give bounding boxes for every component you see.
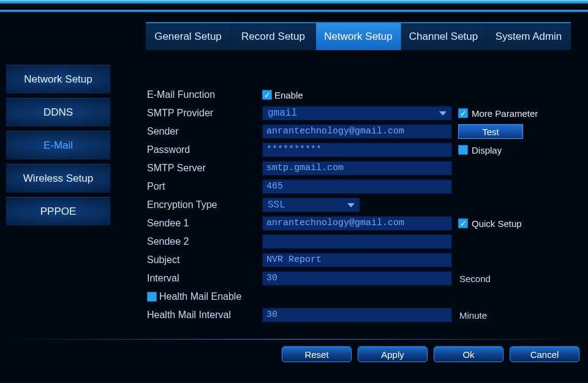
sidebar-item-wireless-setup[interactable]: Wireless Setup — [6, 164, 110, 193]
smtp-server-label: SMTP Server — [146, 163, 262, 174]
chevron-down-icon — [347, 203, 355, 207]
test-button[interactable]: Test — [458, 124, 523, 139]
sendee1-input[interactable]: anrantechnology@gmail.com — [262, 216, 452, 231]
health-mail-interval-unit: Minute — [459, 310, 533, 321]
top-tabbar: General Setup Record Setup Network Setup… — [146, 22, 571, 51]
tab-record-setup[interactable]: Record Setup — [231, 23, 316, 50]
health-mail-interval-input[interactable]: 30 — [262, 308, 452, 322]
apply-button[interactable]: Apply — [358, 346, 428, 362]
sidebar: Network Setup DDNS E-Mail Wireless Setup… — [6, 65, 110, 230]
enable-label: Enable — [274, 90, 303, 100]
display-label: Display — [472, 145, 502, 155]
health-mail-enable-checkbox[interactable] — [147, 292, 157, 302]
encryption-type-label: Encryption Type — [146, 199, 262, 210]
email-function-label: E-Mail Function — [146, 89, 262, 100]
smtp-server-input[interactable]: smtp.gmail.com — [262, 161, 452, 176]
interval-label: Interval — [146, 273, 262, 284]
port-label: Port — [146, 181, 262, 192]
display-checkbox[interactable] — [458, 145, 468, 155]
smtp-provider-dropdown[interactable]: gmail — [262, 106, 452, 121]
ok-button[interactable]: Ok — [434, 346, 503, 362]
sidebar-item-ddns[interactable]: DDNS — [6, 98, 110, 127]
sender-input[interactable]: anrantechnology@gmail.com — [262, 124, 452, 139]
interval-input[interactable]: 30 — [262, 271, 452, 286]
sender-label: Sender — [146, 126, 262, 137]
cancel-button[interactable]: Cancel — [510, 346, 579, 362]
health-mail-enable-label: Health Mail Enable — [159, 291, 241, 302]
interval-unit: Second — [459, 273, 533, 284]
smtp-provider-label: SMTP Provider — [146, 108, 262, 119]
reset-button[interactable]: Reset — [282, 346, 352, 362]
quick-setup-label: Quick Setup — [472, 218, 522, 229]
email-settings-form: E-Mail Function Enable SMTP Provider gma… — [146, 86, 575, 324]
port-input[interactable]: 465 — [262, 179, 452, 194]
enable-checkbox[interactable] — [262, 90, 272, 100]
health-mail-interval-label: Health Mail Interval — [146, 310, 262, 321]
sendee2-input[interactable] — [262, 234, 452, 249]
quick-setup-checkbox[interactable] — [458, 218, 468, 228]
smtp-provider-value: gmail — [268, 108, 297, 119]
sidebar-item-email[interactable]: E-Mail — [6, 131, 110, 160]
password-label: Password — [146, 144, 262, 155]
encryption-type-dropdown[interactable]: SSL — [262, 198, 360, 212]
more-parameter-label: More Parameter — [472, 108, 538, 119]
tab-general-setup[interactable]: General Setup — [146, 23, 231, 50]
sendee2-label: Sendee 2 — [146, 236, 262, 247]
encryption-type-value: SSL — [268, 199, 285, 210]
tab-network-setup[interactable]: Network Setup — [316, 23, 401, 50]
more-parameter-checkbox[interactable] — [458, 108, 468, 118]
tab-channel-setup[interactable]: Channel Setup — [401, 23, 486, 50]
password-input[interactable]: ********** — [262, 143, 452, 157]
subject-input[interactable]: NVR Report — [262, 253, 452, 267]
divider — [6, 339, 582, 340]
sendee1-label: Sendee 1 — [146, 218, 262, 229]
tab-system-admin[interactable]: System Admin — [486, 23, 571, 50]
sidebar-item-pppoe[interactable]: PPPOE — [6, 197, 110, 226]
sidebar-item-network-setup[interactable]: Network Setup — [6, 65, 110, 94]
bottom-button-bar: Reset Apply Ok Cancel — [282, 346, 579, 362]
chevron-down-icon — [439, 111, 447, 116]
subject-label: Subject — [146, 255, 262, 266]
